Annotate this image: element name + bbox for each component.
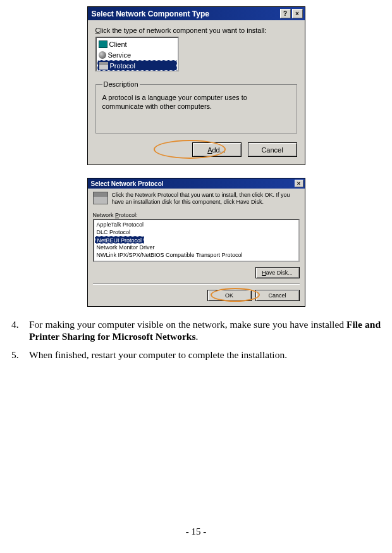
step-text: When finished, restart your computer to … bbox=[29, 349, 381, 361]
add-button[interactable]: Add... bbox=[192, 142, 242, 157]
select-network-protocol-dialog: Select Network Protocol × Click the Netw… bbox=[87, 178, 305, 307]
list-item-label: Protocol bbox=[110, 62, 135, 70]
cancel-button[interactable]: Cancel bbox=[248, 142, 297, 157]
cancel-button[interactable]: Cancel bbox=[255, 290, 300, 301]
select-component-type-dialog: Select Network Component Type ? × Click … bbox=[87, 6, 305, 165]
client-icon bbox=[99, 40, 107, 48]
description-group: Description A protocol is a language you… bbox=[95, 80, 297, 134]
step-5: 5. When finished, restart your computer … bbox=[11, 349, 381, 361]
step-number: 5. bbox=[11, 349, 29, 361]
protocol-listbox[interactable]: AppleTalk Protocol DLC Protocol NetBEUI … bbox=[93, 219, 300, 262]
list-item[interactable]: AppleTalk Protocol bbox=[95, 221, 298, 228]
help-button[interactable]: ? bbox=[280, 9, 291, 18]
step-number: 4. bbox=[11, 318, 29, 342]
list-item-label: Service bbox=[108, 51, 132, 59]
close-button[interactable]: × bbox=[295, 180, 303, 187]
protocol-icon bbox=[93, 192, 108, 204]
dialog1-title: Select Network Component Type bbox=[92, 9, 209, 18]
have-disk-button[interactable]: Have Disk... bbox=[255, 267, 300, 278]
step-text: For making your computer visible on the … bbox=[29, 318, 381, 342]
service-icon bbox=[99, 51, 106, 59]
ok-button[interactable]: OK bbox=[207, 290, 252, 301]
list-item-protocol[interactable]: Protocol bbox=[97, 60, 177, 71]
protocol-icon bbox=[99, 62, 108, 70]
component-type-listbox[interactable]: Client Service Protocol bbox=[95, 37, 179, 71]
dialog2-instruction: Click the Network Protocol that you want… bbox=[112, 192, 300, 206]
list-item-service[interactable]: Service bbox=[97, 49, 177, 60]
page-number: - 15 - bbox=[0, 526, 392, 537]
list-item-label: Client bbox=[109, 40, 127, 48]
dialog2-title: Select Network Protocol bbox=[91, 180, 164, 187]
list-item[interactable]: DLC Protocol bbox=[95, 228, 298, 236]
description-legend: Description bbox=[102, 80, 140, 88]
instruction-list: 4. For making your computer visible on t… bbox=[11, 318, 381, 361]
separator bbox=[93, 283, 300, 285]
protocol-list-label: Network Protocol: bbox=[93, 212, 300, 218]
dialog1-prompt: Click the type of network component you … bbox=[95, 27, 297, 34]
dialog2-titlebar: Select Network Protocol × bbox=[88, 178, 305, 189]
step-4: 4. For making your computer visible on t… bbox=[11, 318, 381, 342]
list-item-client[interactable]: Client bbox=[97, 39, 177, 49]
description-text: A protocol is a language your computer u… bbox=[102, 93, 290, 111]
dialog1-titlebar: Select Network Component Type ? × bbox=[88, 7, 305, 20]
close-button[interactable]: × bbox=[292, 9, 303, 18]
list-item[interactable]: NWLink IPX/SPX/NetBIOS Compatible Transp… bbox=[95, 251, 298, 259]
list-item[interactable]: Network Monitor Driver bbox=[95, 244, 298, 251]
list-item-netbeui[interactable]: NetBEUI Protocol bbox=[95, 236, 145, 244]
